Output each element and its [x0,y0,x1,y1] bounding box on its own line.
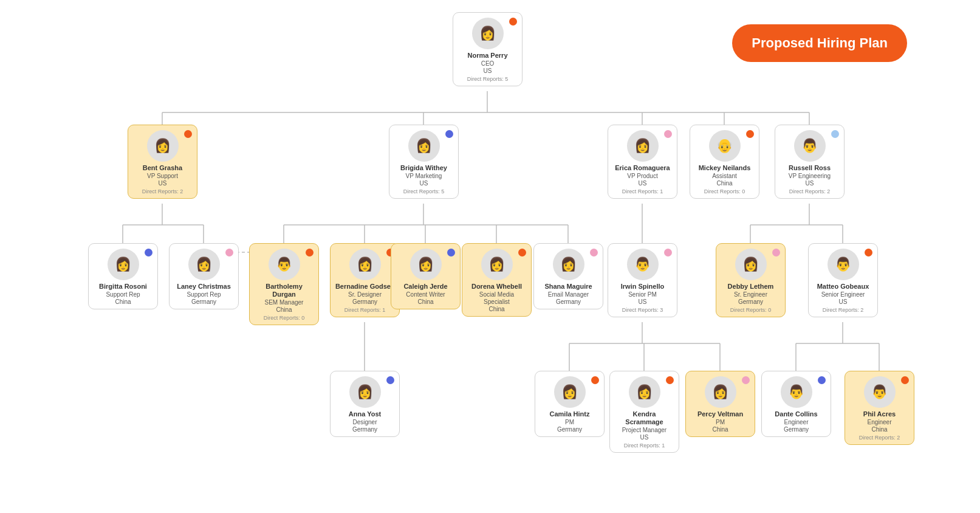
card-name-percy_veltman: Percy Veltman [690,410,751,418]
status-dot-erica_romaguera [664,130,672,138]
card-title-mickey_neilands: Assistant [694,173,755,180]
card-shana-maguire[interactable]: 👩Shana MaguireEmail ManagerGermany [533,243,603,309]
card-caleigh-jerde[interactable]: 👩Caleigh JerdeContent WriterChina [391,243,461,309]
card-country-shana_maguire: Germany [538,298,599,305]
card-country-bartholemy_durgan: China [253,306,315,313]
status-dot-shana_maguire [590,249,598,256]
card-brigida-withey[interactable]: 👩Brigida WitheyVP MarketingUSDirect Repo… [389,125,459,199]
status-dot-russell_ross [831,130,839,138]
card-mickey-neilands[interactable]: 👴Mickey NeilandsAssistantChinaDirect Rep… [690,125,759,199]
card-reports-russell_ross: Direct Reports: 2 [779,188,840,195]
card-name-kendra_scrammage: Kendra Scrammage [614,410,675,426]
card-country-debby_lethem: Germany [720,298,781,305]
card-title-kendra_scrammage: Project Manager [614,427,675,434]
status-dot-birgitta_rosoni [145,249,152,256]
card-title-birgitta_rosoni: Support Rep [92,291,154,298]
card-title-bent_grasha: VP Support [132,173,193,180]
card-erica-romaguera[interactable]: 👩Erica RomagueraVP ProductUSDirect Repor… [608,125,677,199]
status-dot-dante_collins [818,376,826,384]
card-reports-bernadine_godsell: Direct Reports: 1 [334,307,396,313]
card-title-shana_maguire: Email Manager [538,291,599,298]
card-country-brigida_withey: US [393,180,454,187]
proposed-hiring-plan-button[interactable]: Proposed Hiring Plan [732,24,907,62]
avatar-matteo_gobeaux: 👨 [828,249,859,280]
card-name-matteo_gobeaux: Matteo Gobeaux [812,283,874,291]
avatar-caleigh_jerde: 👩 [410,249,442,280]
card-matteo-gobeaux[interactable]: 👨Matteo GobeauxSenior EngineerUSDirect R… [808,243,878,317]
card-name-bartholemy_durgan: Bartholemy Durgan [253,283,315,298]
avatar-irwin_spinello: 👨 [627,249,659,280]
card-name-bernadine_godsell: Bernadine Godsell [334,283,396,291]
status-dot-dorena_whebell [518,249,526,256]
avatar-shana_maguire: 👩 [553,249,584,280]
status-dot-brigida_withey [445,130,453,138]
card-title-dorena_whebell: Social Media Specialist [466,291,527,306]
card-title-erica_romaguera: VP Product [612,173,673,180]
card-country-camila_hintz: Germany [539,426,600,433]
card-name-caleigh_jerde: Caleigh Jerde [395,283,456,291]
card-name-irwin_spinello: Irwin Spinello [612,283,673,291]
card-country-caleigh_jerde: China [395,298,456,305]
card-kendra-scrammage[interactable]: 👩Kendra ScrammageProject ManagerUSDirect… [609,371,679,453]
card-country-birgitta_rosoni: China [92,298,154,305]
card-bartholemy-durgan[interactable]: 👨Bartholemy DurganSEM ManagerChinaDirect… [249,243,319,325]
status-dot-matteo_gobeaux [865,249,872,256]
card-anna-yost[interactable]: 👩Anna YostDesignerGermany [330,371,400,437]
avatar-camila_hintz: 👩 [554,376,586,408]
card-laney-christmas[interactable]: 👩Laney ChristmasSupport RepGermany [169,243,239,309]
card-country-percy_veltman: China [690,426,751,433]
card-country-irwin_spinello: US [612,298,673,305]
card-reports-kendra_scrammage: Direct Reports: 1 [614,442,675,449]
card-title-percy_veltman: PM [690,419,751,426]
card-reports-irwin_spinello: Direct Reports: 3 [612,307,673,313]
card-name-dorena_whebell: Dorena Whebell [466,283,527,291]
avatar-erica_romaguera: 👩 [627,130,659,162]
card-country-dorena_whebell: China [466,306,527,312]
card-percy-veltman[interactable]: 👩Percy VeltmanPMChina [685,371,755,437]
card-country-russell_ross: US [779,180,840,187]
card-bernadine-godsell[interactable]: 👩Bernadine GodsellSr. DesignerGermanyDir… [330,243,400,317]
card-country-bernadine_godsell: Germany [334,298,396,305]
card-title-matteo_gobeaux: Senior Engineer [812,291,874,298]
avatar-dante_collins: 👨 [781,376,812,408]
card-name-camila_hintz: Camila Hintz [539,410,600,418]
status-dot-anna_yost [386,376,394,384]
card-reports-bent_grasha: Direct Reports: 2 [132,188,193,195]
status-dot-norma_perry [509,18,517,26]
status-dot-debby_lethem [772,249,780,256]
card-dante-collins[interactable]: 👨Dante CollinsEngineerGermany [761,371,831,437]
card-dorena-whebell[interactable]: 👩Dorena WhebellSocial Media SpecialistCh… [462,243,532,317]
card-name-mickey_neilands: Mickey Neilands [694,164,755,172]
status-dot-kendra_scrammage [666,376,674,384]
status-dot-mickey_neilands [746,130,754,138]
card-bent-grasha[interactable]: 👩Bent GrashaVP SupportUSDirect Reports: … [128,125,197,199]
card-irwin-spinello[interactable]: 👨Irwin SpinelloSenior PMUSDirect Reports… [608,243,677,317]
status-dot-bent_grasha [184,130,192,138]
card-russell-ross[interactable]: 👨Russell RossVP EngineeringUSDirect Repo… [775,125,845,199]
card-name-norma_perry: Norma Perry [457,52,518,60]
card-name-laney_christmas: Laney Christmas [173,283,235,291]
card-name-birgitta_rosoni: Birgitta Rosoni [92,283,154,291]
status-dot-camila_hintz [591,376,599,384]
status-dot-bartholemy_durgan [306,249,314,256]
card-name-shana_maguire: Shana Maguire [538,283,599,291]
avatar-bent_grasha: 👩 [147,130,179,162]
avatar-dorena_whebell: 👩 [481,249,513,280]
avatar-anna_yost: 👩 [349,376,381,408]
card-camila-hintz[interactable]: 👩Camila HintzPMGermany [535,371,605,437]
avatar-mickey_neilands: 👴 [709,130,741,162]
card-country-anna_yost: Germany [334,426,396,433]
card-title-bartholemy_durgan: SEM Manager [253,299,315,306]
card-title-dante_collins: Engineer [766,419,827,426]
card-norma-perry[interactable]: 👩Norma PerryCEOUSDirect Reports: 5 [453,12,523,86]
avatar-percy_veltman: 👩 [705,376,736,408]
avatar-kendra_scrammage: 👩 [629,376,660,408]
card-birgitta-rosoni[interactable]: 👩Birgitta RosoniSupport RepChina [88,243,158,309]
card-debby-lethem[interactable]: 👩Debby LethemSr. EngineerGermanyDirect R… [716,243,786,317]
card-reports-bartholemy_durgan: Direct Reports: 0 [253,315,315,321]
card-country-laney_christmas: Germany [173,298,235,305]
status-dot-caleigh_jerde [447,249,455,256]
card-name-anna_yost: Anna Yost [334,410,396,418]
card-name-debby_lethem: Debby Lethem [720,283,781,291]
card-phil-acres[interactable]: 👨Phil AcresEngineerChinaDirect Reports: … [845,371,914,445]
